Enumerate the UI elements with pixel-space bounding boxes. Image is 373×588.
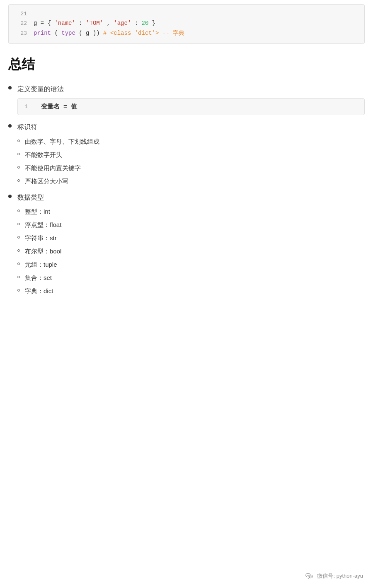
circle-dot — [17, 276, 20, 278]
code-print: print — [34, 30, 51, 36]
sub-label: 不能数字开头 — [25, 150, 62, 160]
code-brace-open: { — [48, 20, 51, 27]
svg-point-3 — [309, 575, 313, 578]
code-line-21: 21 — [9, 10, 364, 19]
list-item: 元组：tuple — [17, 260, 365, 270]
list-item: 不能数字开头 — [17, 150, 365, 160]
code-type: type — [61, 30, 75, 36]
circle-dot — [17, 179, 20, 182]
list-item: 由数字、字母、下划线组成 — [17, 137, 365, 147]
list-item: 布尔型：bool — [17, 246, 365, 256]
svg-point-4 — [310, 576, 310, 576]
list-item: 整型：int — [17, 207, 365, 217]
bullet-label-syntax: 定义变量的语法 — [17, 84, 64, 94]
list-item: 集合：set — [17, 273, 365, 283]
circle-dot — [17, 153, 20, 155]
list-item: 严格区分大小写 — [17, 176, 365, 186]
line-number-22: 22 — [15, 19, 27, 28]
code-key-name: 'name' — [54, 20, 75, 27]
bullet-label-identifier: 标识符 — [17, 122, 37, 133]
code-val-tom: 'TOM' — [86, 20, 103, 27]
circle-dot — [17, 236, 20, 239]
code-content-22: g = { 'name' : 'TOM' , 'age' : 20 } — [34, 19, 358, 29]
circle-dot — [17, 166, 20, 169]
syntax-line-number: 1 — [24, 104, 34, 110]
code-block: 21 22 g = { 'name' : 'TOM' , 'age' : 20 … — [8, 4, 365, 44]
list-item: 字符串：str — [17, 233, 365, 243]
code-key-age: 'age' — [114, 20, 131, 27]
syntax-code-text: 变量名 = 值 — [41, 103, 77, 111]
section-title: 总结 — [8, 55, 365, 74]
footer-text: 微信号: python-ayu — [317, 572, 363, 580]
sub-label: 字典：dict — [25, 286, 53, 296]
bullet-item-datatypes: 数据类型 — [8, 192, 365, 203]
code-line-23: 23 print ( type ( g )) # <class 'dict'> … — [9, 29, 364, 39]
code-op-eq: = — [41, 20, 48, 27]
bullet-dot-1 — [8, 86, 12, 89]
circle-dot — [17, 210, 20, 212]
code-paren1: ( — [54, 30, 58, 36]
page-container: 21 22 g = { 'name' : 'TOM' , 'age' : 20 … — [0, 0, 373, 335]
bullet-item-identifier: 标识符 — [8, 122, 365, 133]
code-colon1: : — [79, 20, 86, 27]
list-item-datatypes: 数据类型 整型：int 浮点型：float 字符串：str 布尔型：bool — [8, 192, 365, 296]
circle-dot — [17, 140, 20, 142]
code-comment-dict: # <class 'dict'> -- 字典 — [103, 30, 184, 36]
bullet-dot-2 — [8, 124, 12, 128]
main-list: 定义变量的语法 1 变量名 = 值 标识符 由数字、字母、下划线组成 不能数字开 — [8, 84, 365, 296]
list-item-syntax: 定义变量的语法 1 变量名 = 值 — [8, 84, 365, 116]
sub-label: 布尔型：bool — [25, 246, 61, 256]
bullet-item-syntax: 定义变量的语法 — [8, 84, 365, 94]
code-val-20: 20 — [142, 20, 149, 27]
line-number-21: 21 — [15, 10, 27, 19]
identifier-sub-list: 由数字、字母、下划线组成 不能数字开头 不能使用内置关键字 严格区分大小写 — [17, 137, 365, 186]
code-colon2: : — [135, 20, 142, 27]
circle-dot — [17, 289, 20, 292]
code-comma1: , — [107, 20, 114, 27]
bullet-label-datatypes: 数据类型 — [17, 192, 44, 203]
code-line-22: 22 g = { 'name' : 'TOM' , 'age' : 20 } — [9, 19, 364, 29]
code-content-23: print ( type ( g )) # <class 'dict'> -- … — [34, 29, 358, 39]
syntax-code-block: 1 变量名 = 值 — [17, 98, 365, 115]
code-brace-close: } — [152, 20, 155, 27]
sub-label: 由数字、字母、下划线组成 — [25, 137, 99, 147]
bullet-dot-3 — [8, 195, 12, 198]
wechat-icon — [305, 571, 314, 581]
circle-dot — [17, 249, 20, 252]
line-number-23: 23 — [15, 29, 27, 38]
datatypes-sub-list: 整型：int 浮点型：float 字符串：str 布尔型：bool 元组：tup… — [17, 207, 365, 296]
footer: 微信号: python-ayu — [305, 571, 363, 581]
sub-label: 整型：int — [25, 207, 50, 217]
sub-label: 字符串：str — [25, 233, 57, 243]
list-item: 字典：dict — [17, 286, 365, 296]
code-var-g2: g — [86, 30, 89, 36]
code-paren3: )) — [93, 30, 100, 36]
list-item: 不能使用内置关键字 — [17, 163, 365, 173]
code-var-g: g — [34, 20, 37, 27]
list-item-identifier: 标识符 由数字、字母、下划线组成 不能数字开头 不能使用内置关键字 严格区分大 — [8, 122, 365, 186]
sub-label: 严格区分大小写 — [25, 176, 68, 186]
svg-point-5 — [311, 576, 312, 576]
sub-label: 不能使用内置关键字 — [25, 163, 81, 173]
sub-label: 浮点型：float — [25, 220, 61, 230]
svg-point-1 — [307, 575, 308, 576]
sub-label: 集合：set — [25, 273, 52, 283]
circle-dot — [17, 223, 20, 225]
code-paren2: ( — [79, 30, 82, 36]
list-item: 浮点型：float — [17, 220, 365, 230]
circle-dot — [17, 263, 20, 265]
sub-label: 元组：tuple — [25, 260, 57, 270]
